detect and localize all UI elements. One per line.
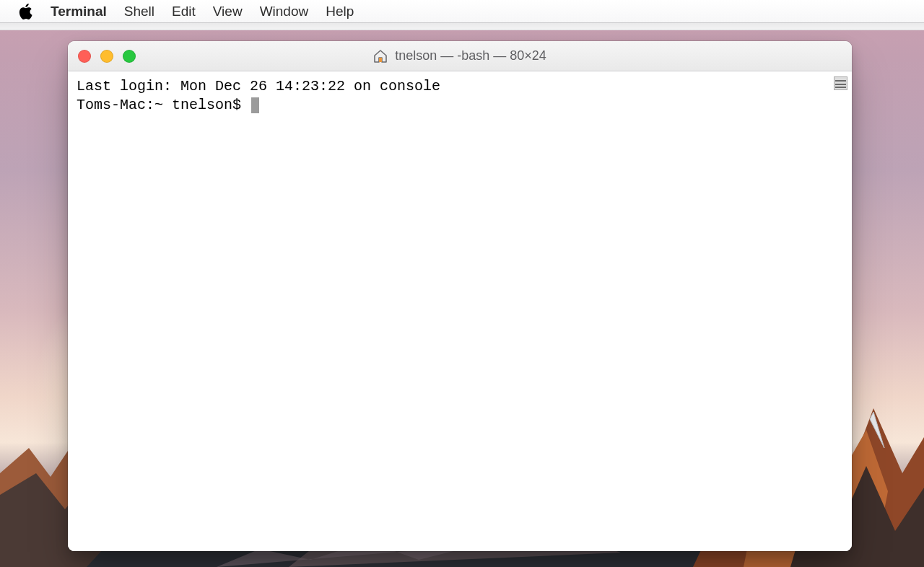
terminal-prompt: Toms-Mac:~ tnelson$	[77, 97, 250, 113]
menubar: Terminal Shell Edit View Window Help	[0, 0, 924, 23]
zoom-button[interactable]	[123, 50, 136, 63]
terminal-last-login: Last login: Mon Dec 26 14:23:22 on conso…	[77, 78, 440, 94]
minimize-button[interactable]	[100, 50, 113, 63]
menu-help[interactable]: Help	[326, 4, 354, 19]
scrollbar-hamburger-icon[interactable]	[834, 76, 847, 90]
menubar-app-name[interactable]: Terminal	[51, 4, 107, 19]
terminal-cursor	[251, 97, 259, 113]
menubar-divider	[0, 23, 924, 30]
svg-rect-0	[379, 58, 382, 62]
home-icon	[373, 50, 388, 63]
menu-edit[interactable]: Edit	[172, 4, 196, 19]
menu-window[interactable]: Window	[260, 4, 309, 19]
window-title-text: tnelson — -bash — 80×24	[395, 48, 546, 63]
terminal-body[interactable]: Last login: Mon Dec 26 14:23:22 on conso…	[68, 71, 852, 551]
window-title-container: tnelson — -bash — 80×24	[68, 48, 852, 63]
traffic-lights	[78, 50, 136, 63]
menu-shell[interactable]: Shell	[124, 4, 154, 19]
window-titlebar[interactable]: tnelson — -bash — 80×24	[68, 41, 852, 71]
apple-logo-icon[interactable]	[19, 4, 33, 19]
menu-view[interactable]: View	[213, 4, 243, 19]
close-button[interactable]	[78, 50, 91, 63]
terminal-window: tnelson — -bash — 80×24 Last login: Mon …	[68, 41, 852, 551]
